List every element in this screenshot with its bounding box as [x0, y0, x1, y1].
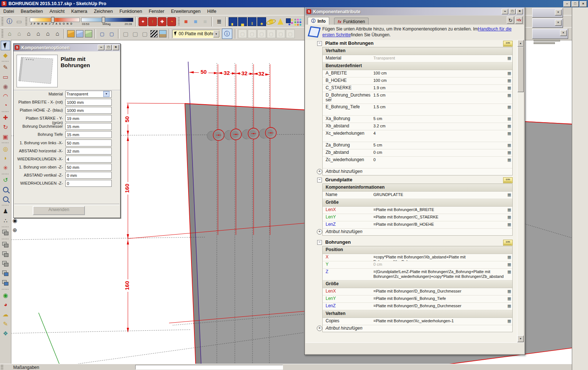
wireframe-style-icon[interactable]: ▢ — [121, 29, 130, 38]
collapse-icon[interactable]: − — [317, 41, 322, 46]
red-box-icon[interactable]: ■ — [182, 17, 190, 26]
menu-datei[interactable]: Datei — [0, 8, 17, 15]
section-display-tool-1[interactable] — [1, 240, 10, 250]
panel-icon-1[interactable]: ▖ — [229, 17, 237, 26]
dialog-title-bar[interactable]: S Komponentenattribute – □ × — [305, 8, 524, 15]
collapse-icon[interactable]: − — [317, 240, 322, 245]
close-icon[interactable]: × — [555, 20, 562, 26]
details-icon[interactable]: ▦ — [508, 255, 511, 259]
tab-info[interactable]: ⓘ Info — [308, 17, 329, 25]
layer-list-icon[interactable]: ≣ — [215, 17, 223, 26]
shadow-date-slider[interactable]: J F M A M J J A S O N D — [30, 17, 79, 26]
model-info-icon[interactable]: ⓘ — [5, 17, 14, 26]
close-icon[interactable]: × — [555, 10, 562, 15]
orbit-tool[interactable]: ↺ — [1, 175, 10, 185]
tab-funktionen[interactable]: fx Funktionen — [334, 18, 369, 25]
zoom-tool[interactable] — [1, 185, 10, 194]
bucket-plugin-icon[interactable]: ❖ — [1, 329, 10, 338]
menu-bearbeiten[interactable]: Bearbeiten — [17, 8, 46, 15]
color-palette-icon-1[interactable] — [286, 18, 293, 25]
eraser-tool[interactable]: ◆ — [1, 50, 10, 60]
toggle-formula-button[interactable]: =fx — [515, 17, 523, 24]
position-camera-tool[interactable]: ♟ — [1, 206, 10, 216]
maximize-button[interactable]: □ — [509, 9, 516, 14]
details-icon[interactable]: ▦ — [508, 270, 511, 274]
menu-erweiterungen[interactable]: Erweiterungen — [168, 8, 204, 15]
protractor-tool[interactable]: ◗ — [1, 153, 10, 163]
gray-box-icon[interactable]: ■ — [201, 17, 209, 26]
toolbar-drag-handle[interactable] — [178, 17, 180, 26]
tray-dialog-2[interactable]: × — [532, 18, 563, 28]
details-icon[interactable]: ▦ — [508, 79, 511, 83]
apply-button[interactable]: Anwenden — [33, 206, 85, 215]
component-options-button[interactable]: ⓘ — [222, 29, 232, 39]
add-attribute-icon[interactable]: + — [317, 326, 322, 331]
minimize-button[interactable]: – — [98, 45, 104, 50]
circle-tool[interactable]: ◉ — [1, 81, 10, 91]
textured-style-icon[interactable] — [159, 30, 166, 37]
durchmesser-input[interactable] — [65, 123, 112, 130]
section-display-tool-2[interactable] — [1, 250, 10, 259]
add-attribute-row[interactable]: Attribut hinzufügen — [323, 229, 512, 235]
front-view-icon[interactable]: ⌂ — [24, 29, 33, 38]
section-plane-tool[interactable] — [1, 228, 10, 237]
section-display-tool-4[interactable] — [1, 269, 10, 278]
details-icon[interactable]: ▦ — [508, 143, 511, 147]
cube-green-icon[interactable] — [85, 30, 92, 37]
plugin-icon-3[interactable]: ✚ — [158, 17, 166, 26]
details-icon[interactable]: ▦ — [508, 289, 511, 293]
scroll-down-icon[interactable]: ▼ — [517, 335, 524, 342]
date-slider-track[interactable] — [30, 18, 80, 22]
wiederholungen-z-input[interactable] — [65, 180, 112, 187]
compass-plugin-icon[interactable]: ◕ — [1, 300, 10, 309]
rectangle-tool[interactable]: ▭ — [1, 72, 10, 81]
select-tool[interactable] — [1, 41, 10, 50]
xray-style-icon[interactable] — [150, 30, 158, 37]
walk-tool[interactable]: ∴ — [1, 216, 10, 225]
left-view-icon[interactable]: ⌂ — [53, 29, 62, 38]
scrollbar[interactable]: ▲ ▼ — [517, 40, 524, 342]
plugin-icon-2[interactable]: ↑ — [148, 17, 157, 26]
details-icon[interactable]: ▦ — [508, 193, 511, 197]
combo-dropdown-icon[interactable]: ▼ — [213, 30, 219, 37]
details-icon[interactable]: ▦ — [508, 158, 511, 162]
maximize-button[interactable]: □ — [105, 45, 112, 50]
breite-input[interactable] — [65, 99, 112, 106]
panel-icon-2[interactable]: ▄ — [238, 17, 247, 26]
collapse-icon[interactable]: − — [317, 178, 322, 182]
hidden-line-style-icon[interactable]: ▢ — [131, 29, 140, 38]
details-icon[interactable]: ▦ — [508, 71, 511, 75]
annotation-plugin-icon[interactable]: ✎ — [1, 319, 10, 329]
refresh-button[interactable]: ↻ — [507, 17, 514, 24]
power-plugin-icon[interactable]: ◉ — [1, 290, 10, 300]
details-icon[interactable]: ▦ — [508, 319, 511, 323]
restore-button[interactable]: □ — [571, 1, 579, 7]
look-around-tool-icon[interactable]: ⊕ — [12, 227, 17, 233]
whiteboard-icon[interactable]: ▭ — [15, 17, 24, 26]
bohrung-oben-input[interactable] — [65, 164, 112, 171]
tiefe-input[interactable] — [65, 131, 112, 138]
cone-icon[interactable] — [277, 18, 283, 25]
details-icon[interactable]: ▦ — [508, 215, 511, 219]
scroll-up-icon[interactable]: ▲ — [517, 40, 524, 47]
unit-badge[interactable]: cm — [503, 240, 513, 246]
close-button[interactable]: × — [516, 9, 523, 14]
tape-measure-tool[interactable]: ◎ — [1, 144, 10, 153]
plugin-icon-4[interactable]: ◔ — [167, 17, 176, 26]
plugin-icon-1[interactable]: ✦ — [139, 17, 147, 26]
color-palette-icon-2[interactable] — [294, 18, 301, 25]
menu-zeichnen[interactable]: Zeichnen — [90, 8, 116, 15]
shaded-style-icon[interactable]: ▢ — [140, 29, 149, 38]
wiederholungen-x-input[interactable] — [65, 156, 112, 163]
time-slider-track[interactable] — [81, 18, 133, 22]
abstand-horizontal-input[interactable] — [65, 148, 112, 155]
hoehe-input[interactable] — [65, 107, 112, 114]
scale-tool[interactable]: ▣ — [1, 132, 10, 141]
details-icon[interactable]: ▦ — [508, 56, 511, 60]
bohrung-links-input[interactable] — [65, 139, 112, 146]
component-combo[interactable]: 00 Platte mit Bohr ▼ — [172, 30, 220, 38]
close-button[interactable]: × — [112, 45, 119, 50]
details-icon[interactable]: ▦ — [508, 131, 511, 135]
style-icon-2[interactable]: ▢ — [107, 29, 116, 38]
details-icon[interactable]: ▦ — [508, 222, 511, 226]
